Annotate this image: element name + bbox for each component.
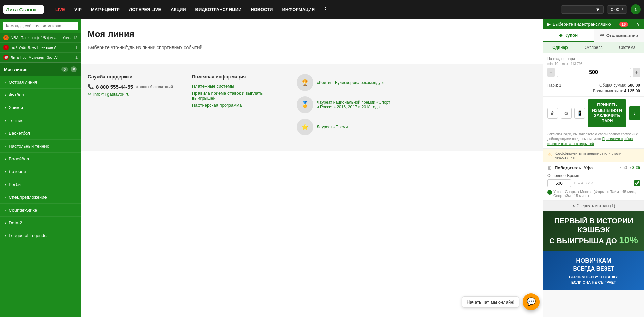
sidebar-label-sharp-line: Острая линия [9, 80, 37, 85]
footer-award-3[interactable]: ⭐ Лауреат «Преми... [297, 119, 391, 135]
bet-item-checkbox[interactable] [634, 180, 640, 186]
sidebar-item-sharp-line[interactable]: › Острая линия [0, 76, 81, 89]
bet-amount-decrease[interactable]: − [547, 68, 555, 77]
sidebar-item-basketball[interactable]: › Баскетбол [0, 127, 81, 140]
nav-info[interactable]: Информация [277, 0, 319, 19]
sidebar: 🏀 NBA. Плей-офф. 1/8 финала. Урл.. 12 🥊 … [0, 19, 81, 317]
total-label: Общая сумма: [599, 83, 626, 88]
nav-live[interactable]: LIVE [51, 0, 70, 19]
warning-text: Коэффициенты изменились или стали недост… [555, 151, 640, 159]
award-icon-1: 🏆 [297, 74, 313, 91]
logo[interactable]: Лига Ставок [3, 5, 44, 14]
tab-tracking[interactable]: 👁 Отслеживание [594, 29, 644, 42]
sidebar-item-dota2[interactable]: › Dota-2 [0, 217, 81, 229]
sidebar-label-lottery: Лотереи [9, 169, 26, 174]
bet-item-type: Основное Время [547, 173, 640, 178]
banner-novice[interactable]: НОВИЧКАМ ВСЕГДА ВЕЗЁТ ВЕРНЁМ ПЕРВУЮ СТАВ… [543, 251, 644, 290]
sidebar-item-hockey[interactable]: › Хоккей [0, 101, 81, 114]
footer-phone: 📞 8 800 555-44-55 звонок бесплатный [88, 84, 182, 90]
hot-event-nba[interactable]: 🏀 NBA. Плей-офф. 1/8 финала. Урл.. 12 [0, 33, 81, 43]
new-odds: 8,25 [632, 165, 640, 170]
sidebar-item-lol[interactable]: › League of Legends [0, 229, 81, 242]
chevron-icon: › [5, 220, 6, 225]
bet-item: 🗑 Победитель: Уфа 7,50 › 8,25 Основное В… [543, 162, 644, 201]
basketball-icon: 🏀 [3, 35, 9, 40]
confirm-arrow-button[interactable]: › [629, 106, 640, 120]
footer-info-title: Полезная информация [192, 74, 286, 80]
whatsapp-icon[interactable]: 📱 [574, 108, 585, 119]
right-panel: ▶ Выберите видеотрансляцию 16 ∨ ◆ Купон … [543, 19, 644, 317]
diamond-icon: ◆ [559, 33, 562, 38]
bet-item-game: Уфа – Спартак Москва (Формат: Тайм - 45 … [543, 190, 644, 200]
hot-event-boxing-label: Бой Уайт Д. vs Поветкин А. [11, 45, 58, 50]
account-button[interactable]: 1 [631, 4, 641, 14]
main-content-area: Моя линия Выберите что-нибудь из линии с… [81, 19, 543, 317]
main-content: Моя линия Выберите что-нибудь из линии с… [81, 19, 543, 64]
nav-match-center[interactable]: МАТЧ-ЦЕНТР [86, 0, 124, 19]
banner-cashback[interactable]: ПЕРВЫЙ В ИСТОРИИ КЭШБЭК С ВЫИГРЫША ДО 10… [543, 211, 644, 251]
video-chevron-icon[interactable]: ∨ [637, 22, 640, 27]
chevron-icon: › [5, 80, 6, 85]
phone-icon: 📞 [88, 84, 94, 90]
nav-broadcast[interactable]: Видеотрансляции [191, 0, 246, 19]
email-icon: ✉ [88, 92, 91, 97]
bet-item-amount-input[interactable] [547, 179, 571, 187]
footer-link-rules[interactable]: Правила приема ставок и выплаты выигрыше… [192, 91, 286, 101]
hot-event-volleyball[interactable]: 🏐 Лига Про. Мужчины. Зал А4 1 [0, 53, 81, 62]
sidebar-item-special[interactable]: › Спецпредложение [0, 191, 81, 204]
award-text-3: Лауреат «Преми... [317, 125, 351, 129]
collapse-outcomes-button[interactable]: ∧ Свернуть исходы (1) [543, 201, 644, 211]
sidebar-item-rugby[interactable]: › Регби [0, 178, 81, 191]
bet-item-game-text: Уфа – Спартак Москва (Формат: Тайм - 45 … [553, 190, 640, 198]
footer-link-payment[interactable]: Платежные системы [192, 84, 286, 89]
award-text-1: «Рейтинг Букмекеров» рекомендует [317, 80, 385, 85]
settings-icon[interactable]: ⚙ [561, 108, 572, 119]
bet-amount-input[interactable] [557, 68, 631, 77]
nav-vip[interactable]: VIP [70, 0, 86, 19]
footer-award-1[interactable]: 🏆 «Рейтинг Букмекеров» рекомендует [297, 74, 391, 91]
chevron-icon: › [5, 144, 6, 149]
footer-link-partner[interactable]: Партнерская программа [192, 103, 286, 108]
phone-number: 8 800 555-44-55 [96, 84, 133, 90]
nav-promo[interactable]: АКЦИИ [166, 0, 191, 19]
hot-events: 🏀 NBA. Плей-офф. 1/8 финала. Урл.. 12 🥊 … [0, 33, 81, 62]
volleyball-icon: 🏐 [3, 55, 9, 60]
sidebar-item-tennis[interactable]: › Теннис [0, 114, 81, 127]
tab-coupon[interactable]: ◆ Купон [543, 29, 594, 42]
chevron-icon: › [5, 92, 6, 97]
chevron-icon: › [5, 131, 6, 136]
bet-amount-increase[interactable]: + [633, 68, 640, 77]
hot-event-volleyball-label: Лига Про. Мужчины. Зал А4 [11, 55, 59, 59]
hot-event-volleyball-count: 1 [75, 55, 78, 59]
chevron-icon: › [5, 208, 6, 213]
chevron-icon: › [5, 156, 6, 161]
chat-bubble[interactable]: 💬 [523, 293, 540, 310]
bet-type-express[interactable]: Экспресс [577, 42, 611, 53]
hot-event-boxing[interactable]: 🥊 Бой Уайт Д. vs Поветкин А. 1 [0, 43, 81, 53]
nav-lottery[interactable]: ЛОТЕРЕЯ LIVE [124, 0, 166, 19]
sidebar-item-volleyball[interactable]: › Волейбол [0, 153, 81, 165]
more-menu-button[interactable]: ⋮ [319, 5, 332, 13]
bet-type-single[interactable]: Одинар [543, 42, 577, 53]
sidebar-item-table-tennis[interactable]: › Настольный теннис [0, 140, 81, 153]
sidebar-label-lol: League of Legends [9, 233, 46, 238]
bet-item-trash-icon[interactable]: 🗑 [547, 165, 552, 170]
footer-award-2[interactable]: 🥇 Лауреат национальной премии «Спорт и Р… [297, 96, 391, 113]
my-line-close-button[interactable]: ✕ [71, 66, 77, 72]
nav-news[interactable]: Новости [246, 0, 277, 19]
footer-email[interactable]: ✉ info@ligastavok.ru [88, 92, 182, 97]
bet-type-system[interactable]: Система [610, 42, 644, 53]
sidebar-item-lottery[interactable]: › Лотереи [0, 165, 81, 178]
trash-icon[interactable]: 🗑 [547, 108, 558, 119]
sidebar-item-football[interactable]: › Футбол [0, 89, 81, 101]
my-line-label: Моя линия [4, 67, 27, 72]
video-section: ▶ Выберите видеотрансляцию 16 ∨ [543, 19, 644, 29]
confirm-bet-button[interactable]: ПРИНЯТЬ ИЗМЕНЕНИЯ И ЗАКЛЮЧИТЬ ПАРИ [588, 99, 626, 127]
sidebar-item-counter-strike[interactable]: › Counter-Strike [0, 204, 81, 217]
bet-amount-minmax: min: 10 – max: 413 793 [547, 62, 640, 66]
bet-amount-section: На каждое пари min: 10 – max: 413 793 − … [543, 53, 644, 81]
sidebar-label-volleyball: Волейбол [9, 156, 29, 161]
sidebar-label-special: Спецпредложение [9, 195, 47, 200]
sidebar-label-football: Футбол [9, 92, 24, 97]
search-input[interactable] [3, 22, 78, 30]
